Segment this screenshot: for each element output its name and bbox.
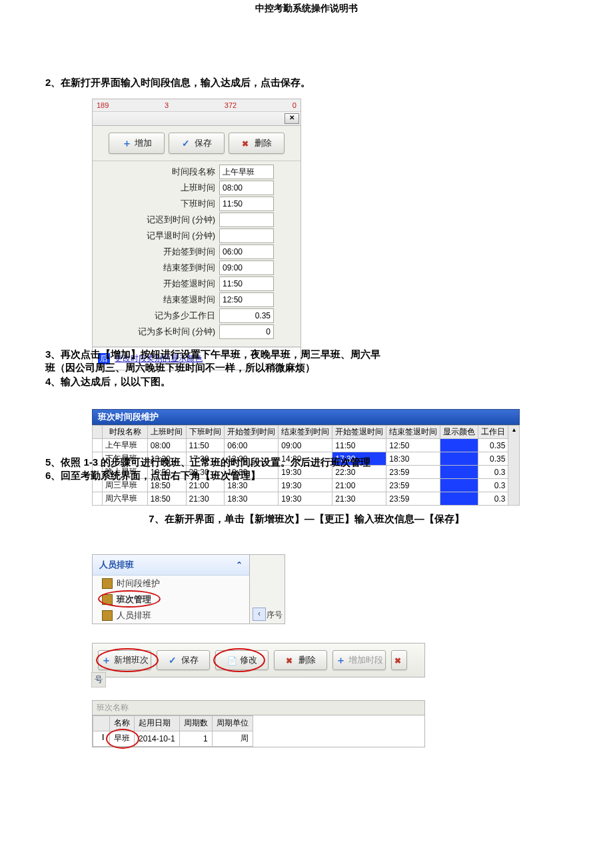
- sidebar-panel: 人员排班 ⌃ 时间段维护班次管理人员排班 ‹ 序号: [92, 554, 285, 624]
- sidebar-item[interactable]: 班次管理: [93, 592, 249, 608]
- table-cell: 19:30: [279, 492, 332, 506]
- table-cell: 21:30: [186, 492, 225, 506]
- ruler-a: 189: [97, 101, 109, 109]
- table-cell: 08:00: [147, 439, 186, 452]
- lbl-name: 时间段名称: [93, 166, 215, 178]
- save-shift-label: 保存: [181, 654, 199, 666]
- x-icon: [286, 655, 295, 665]
- lbl-sis: 开始签到时间: [93, 246, 215, 258]
- table-cell: 18:30: [225, 492, 279, 506]
- doc-icon: [227, 655, 237, 665]
- val-sos[interactable]: 11:50: [219, 276, 274, 291]
- plus-icon: [122, 139, 131, 148]
- val-end[interactable]: 11:50: [219, 197, 274, 211]
- x-icon: [242, 139, 251, 148]
- col-header: 工作日: [478, 426, 508, 439]
- val-sis[interactable]: 06:00: [219, 244, 274, 259]
- ruler-d: 0: [293, 101, 297, 109]
- sidebar-item-label: 班次管理: [117, 594, 151, 606]
- save-shift-button[interactable]: 保存: [157, 650, 210, 670]
- col-header: 时段名称: [103, 426, 147, 439]
- val-start[interactable]: 08:00: [219, 181, 274, 195]
- val-name[interactable]: 上午早班: [219, 165, 274, 179]
- lbl-start: 上班时间: [93, 182, 215, 194]
- delete-button[interactable]: 删除: [229, 133, 285, 154]
- delete-shift-button[interactable]: 删除: [274, 650, 327, 670]
- table-cell: 18:50: [147, 492, 186, 506]
- step-7: 7、在新开界面，单击【新增班次】—【更正】输入班次信息—【保存】: [45, 512, 568, 526]
- add-shift-button[interactable]: 新增班次: [98, 650, 151, 670]
- sidebar-item[interactable]: 人员排班: [93, 608, 249, 624]
- close-icon[interactable]: ✕: [285, 113, 299, 124]
- grid-stub: ‹ 序号: [250, 554, 285, 624]
- lbl-sie: 结束签到时间: [93, 262, 215, 274]
- shift-toolbar-panel: 新增班次 保存 修改 删除 增加时段 号: [92, 643, 425, 747]
- val-sie[interactable]: 09:00: [219, 260, 274, 275]
- timeperiod-dialog: 189 3 372 0 ✕ 增加 保存 删除 时间段名称上午早班 上班时间08:…: [92, 99, 301, 370]
- check-icon: [182, 139, 191, 148]
- col-header: 开始签退时间: [332, 426, 386, 439]
- lbl-late: 记迟到时间 (分钟): [93, 214, 215, 226]
- cell-unit: 周: [212, 731, 253, 746]
- add-period-button[interactable]: 增加时段: [332, 650, 386, 670]
- col-header: 结束签退时间: [386, 426, 440, 439]
- scroll-left-icon[interactable]: ‹: [253, 608, 266, 621]
- val-dur[interactable]: 0: [219, 324, 274, 339]
- delete-shift-label: 删除: [299, 654, 316, 666]
- add-button[interactable]: 增加: [109, 133, 165, 154]
- sidebar-item-label: 时间段维护: [117, 578, 160, 590]
- table-cell: 上午早班: [103, 439, 147, 452]
- folder-icon: [102, 610, 113, 621]
- val-soe[interactable]: 12:50: [219, 292, 274, 307]
- col-name: 名称: [110, 715, 135, 731]
- col-header: 开始签到时间: [225, 426, 279, 439]
- table-row[interactable]: 上午早班08:0011:5006:0009:0011:5012:500.35: [93, 439, 508, 452]
- sidebar-header[interactable]: 人员排班 ⌃: [93, 555, 249, 576]
- dialog-toolbar: 增加 保存 删除: [93, 126, 301, 161]
- ruler-b: 3: [165, 101, 169, 109]
- row-number-label: 号: [91, 672, 106, 687]
- delete-label: 删除: [255, 137, 272, 149]
- table-cell: 21:30: [332, 492, 386, 506]
- modify-button[interactable]: 修改: [215, 650, 269, 670]
- step-6: 6、回至考勤系统界面，点击右下角【班次管理】: [45, 469, 565, 482]
- lbl-end: 下班时间: [93, 198, 215, 210]
- lbl-dur: 记为多长时间 (分钟): [93, 326, 215, 338]
- sidebar-header-title: 人员排班: [99, 559, 134, 571]
- cell-name: 早班: [114, 733, 130, 743]
- col-date: 起用日期: [135, 715, 180, 731]
- val-wd[interactable]: 0.35: [219, 308, 274, 323]
- sidebar-item-label: 人员排班: [117, 610, 151, 622]
- scroll-up-icon[interactable]: ▴: [508, 426, 519, 435]
- table-cell: 11:50: [186, 439, 225, 452]
- val-early[interactable]: [219, 228, 274, 243]
- doc-title: 中控考勤系统操作说明书: [0, 0, 613, 15]
- table-row[interactable]: 周六早班18:5021:3018:3019:3021:3023:590.3: [93, 492, 508, 506]
- more-button[interactable]: [391, 650, 407, 670]
- workday-cell: 0.35: [478, 439, 508, 452]
- step-5: 5、依照 1-3 的步骤可进行晚班、正常班的时间段设置。尔后进行班次管理: [45, 456, 565, 469]
- col-header: 下班时间: [186, 426, 225, 439]
- col-header: 上班时间: [147, 426, 186, 439]
- table-row[interactable]: 早班 2014-10-1 1 周: [93, 731, 253, 746]
- table-cell: 06:00: [225, 439, 279, 452]
- table-cell: 11:50: [332, 439, 386, 452]
- cell-date: 2014-10-1: [135, 731, 180, 746]
- lbl-sos: 开始签退时间: [93, 278, 215, 290]
- color-cell: [440, 492, 478, 506]
- dialog-form: 时间段名称上午早班 上班时间08:00 下班时间11:50 记迟到时间 (分钟)…: [93, 161, 301, 347]
- step-3b: 班（因公司周三、周六晚班下班时间不一样，所以稍微麻烦）: [45, 361, 565, 374]
- save-label: 保存: [195, 137, 212, 149]
- table-cell: 周六早班: [103, 492, 147, 506]
- step-2: 2、在新打开界面输入时间段信息，输入达成后，点击保存。: [45, 76, 568, 89]
- grid-title: 班次时间段维护: [92, 409, 520, 425]
- col-unit: 周期单位: [212, 715, 253, 731]
- val-late[interactable]: [219, 213, 274, 227]
- save-button[interactable]: 保存: [169, 133, 225, 154]
- shift-toolbar: 新增班次 保存 修改 删除 增加时段 号: [92, 643, 425, 677]
- stub-label: 序号: [267, 610, 283, 621]
- sidebar-item[interactable]: 时间段维护: [93, 576, 249, 592]
- color-cell: [440, 439, 478, 452]
- add-period-label: 增加时段: [348, 654, 383, 666]
- modify-label: 修改: [240, 654, 257, 666]
